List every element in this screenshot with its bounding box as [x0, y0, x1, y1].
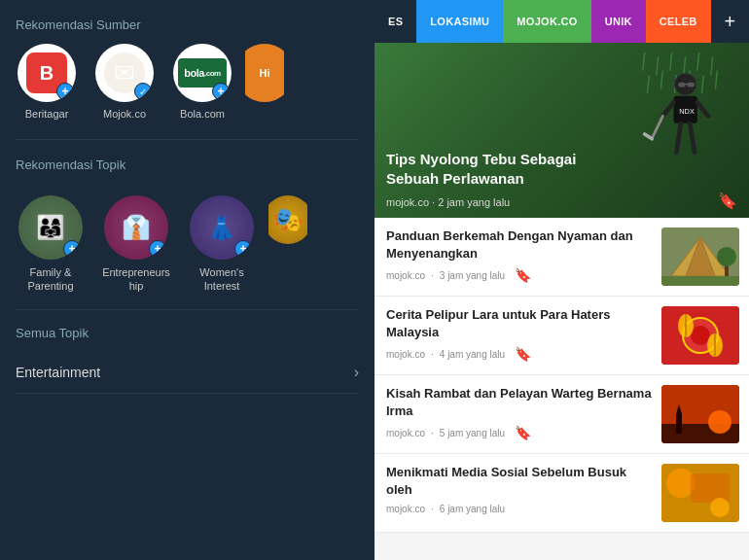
featured-title: Tips Nyolong Tebu Sebagai Sebuah Perlawa…: [386, 150, 632, 190]
svg-rect-13: [678, 83, 685, 88]
article-pelipur-time: 4 jam yang lalu: [440, 349, 505, 360]
source-bola[interactable]: bola.com + Bola.com: [167, 44, 237, 120]
entertainment-row[interactable]: Entertainment ›: [16, 352, 359, 394]
rambat-svg: [661, 385, 739, 443]
article-rambat-source: mojok.co: [386, 428, 425, 438]
topic-label-family: Family &Parenting: [27, 265, 73, 294]
kemah-svg: [661, 228, 739, 286]
svg-line-23: [645, 134, 652, 139]
source-avatar-beritagar: B +: [18, 44, 76, 102]
article-media-thumb: [661, 464, 739, 522]
article-kemah-time: 3 jam yang lalu: [440, 270, 505, 281]
tab-es[interactable]: ES: [374, 0, 416, 43]
article-pelipur-source: mojok.co: [386, 349, 425, 360]
news-list[interactable]: NDX Tips Nyolong Tebu Sebagai Sebuah Per…: [374, 43, 749, 560]
article-media-time: 6 jam yang lalu: [440, 504, 505, 514]
plus-badge-bola: +: [212, 83, 230, 100]
svg-rect-44: [691, 473, 730, 503]
plus-badge-women: +: [234, 240, 252, 258]
plus-badge-beritagar: +: [56, 83, 74, 100]
featured-bookmark-icon[interactable]: 🔖: [718, 192, 737, 210]
topic-label-women: Women'sInterest: [199, 265, 243, 294]
svg-line-1: [657, 57, 659, 76]
check-badge-mojok: ✓: [134, 83, 152, 100]
article-media-title: Menikmati Media Sosial Sebelum Busuk ole…: [386, 464, 652, 499]
tab-celeb[interactable]: CELEB: [646, 0, 711, 43]
article-rambat-meta: mojok.co · 5 jam yang lalu 🔖: [386, 425, 652, 440]
topic-culture[interactable]: 🎭: [268, 195, 307, 250]
svg-line-22: [652, 116, 662, 138]
svg-point-29: [717, 247, 736, 266]
article-media-source: mojok.co: [386, 504, 425, 514]
svg-line-11: [715, 71, 717, 89]
source-avatar-bola: bola.com +: [173, 44, 232, 102]
article-rambat-time: 5 jam yang lalu: [440, 428, 505, 438]
rekomendasi-topik-title: Rekomendasi Topik: [0, 140, 374, 184]
entertainment-label: Entertainment: [16, 365, 100, 380]
rambat-bookmark-icon[interactable]: 🔖: [515, 425, 531, 440]
article-kemah-content: Panduan Berkemah Dengan Nyaman dan Menye…: [386, 228, 652, 283]
plus-badge-entrepreneur: +: [149, 240, 166, 258]
featured-source: mojok.co: [386, 196, 429, 208]
article-pelipur-title: Cerita Pelipur Lara untuk Para Haters Ma…: [386, 306, 652, 341]
source-avatar-mojok: ✉ ✓: [95, 44, 154, 102]
article-pelipur-content: Cerita Pelipur Lara untuk Para Haters Ma…: [386, 306, 652, 362]
svg-line-2: [670, 52, 672, 71]
topic-women[interactable]: 👗 + Women'sInterest: [183, 195, 261, 294]
source-mojok[interactable]: ✉ ✓ Mojok.co: [89, 44, 160, 120]
article-kemah-source: mojok.co: [386, 270, 425, 281]
svg-line-21: [690, 123, 695, 153]
media-thumbnail-img: [661, 464, 739, 522]
source-label-bola: Bola.com: [180, 108, 225, 120]
chevron-right-icon: ›: [354, 364, 359, 381]
semua-topik-title: Semua Topik: [16, 326, 359, 340]
article-media[interactable]: Menikmati Media Sosial Sebelum Busuk ole…: [374, 454, 749, 533]
tabs-bar: ES LOKASIMU MOJOK.CO UNIK CELEB +: [374, 0, 749, 43]
tab-mojok[interactable]: MOJOK.CO: [503, 0, 590, 43]
topic-entrepreneur[interactable]: 👔 + Entrepreneurship: [97, 195, 175, 294]
kemah-bookmark-icon[interactable]: 🔖: [515, 267, 531, 283]
article-rambat[interactable]: Kisah Rambat dan Pelayan Warteg Bernama …: [374, 375, 749, 454]
tab-lokasimu[interactable]: LOKASIMU: [416, 0, 503, 43]
source-hip[interactable]: Hi: [245, 44, 284, 108]
article-kemah-title: Panduan Berkemah Dengan Nyaman dan Menye…: [386, 228, 652, 262]
featured-meta: mojok.co · 2 jam yang lalu: [386, 196, 510, 208]
topic-avatar-culture: 🎭: [268, 195, 307, 244]
featured-article[interactable]: NDX Tips Nyolong Tebu Sebagai Sebuah Per…: [374, 43, 749, 218]
source-avatar-hip: Hi: [245, 44, 284, 102]
article-rambat-title: Kisah Rambat dan Pelayan Warteg Bernama …: [386, 385, 652, 420]
media-svg: [661, 464, 739, 522]
featured-bg: NDX: [374, 43, 749, 218]
topic-family[interactable]: 👨‍👩‍👧 + Family &Parenting: [12, 195, 89, 294]
svg-line-7: [660, 71, 662, 89]
svg-line-6: [647, 75, 649, 93]
svg-line-0: [643, 52, 645, 71]
semua-topik-section: Semua Topik Entertainment ›: [0, 310, 374, 402]
topic-avatar-family: 👨‍👩‍👧 +: [18, 195, 83, 260]
svg-line-3: [684, 57, 686, 76]
source-beritagar[interactable]: B + Beritagar: [12, 44, 82, 120]
kemah-thumbnail-img: [661, 228, 739, 286]
topic-avatar-women: 👗 +: [190, 195, 254, 260]
svg-rect-40: [676, 414, 682, 434]
sources-row: B + Beritagar ✉ ✓ Mojok.co bola.com + Bo…: [0, 44, 374, 139]
svg-line-10: [701, 75, 703, 93]
svg-point-45: [710, 498, 730, 517]
svg-rect-14: [688, 83, 695, 88]
plus-badge-family: +: [63, 240, 81, 258]
article-pelipur[interactable]: Cerita Pelipur Lara untuk Para Haters Ma…: [374, 297, 749, 375]
tab-unik[interactable]: UNIK: [591, 0, 646, 43]
article-rambat-thumb: [661, 385, 739, 443]
source-label-mojok: Mojok.co: [103, 108, 146, 120]
svg-line-20: [676, 123, 681, 153]
svg-text:NDX: NDX: [679, 107, 695, 116]
topics-row: 👨‍👩‍👧 + Family &Parenting 👔 + Entreprene…: [0, 184, 374, 309]
article-kemah[interactable]: Panduan Berkemah Dengan Nyaman dan Menye…: [374, 218, 749, 297]
rambat-thumbnail-img: [661, 385, 739, 443]
pelipur-bookmark-icon[interactable]: 🔖: [515, 346, 531, 362]
article-media-meta: mojok.co · 6 jam yang lalu: [386, 504, 652, 514]
article-pelipur-thumb: [661, 306, 739, 365]
rekomendasi-sumber-title: Rekomendasi Sumber: [0, 0, 374, 44]
article-rambat-content: Kisah Rambat dan Pelayan Warteg Bernama …: [386, 385, 652, 440]
tab-add-button[interactable]: +: [711, 0, 749, 43]
